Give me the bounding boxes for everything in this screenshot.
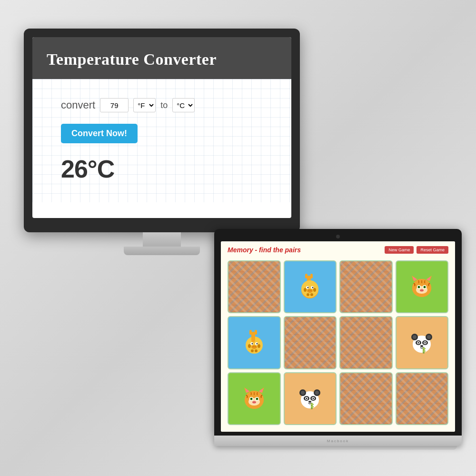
memory-card-1-0[interactable] — [228, 316, 281, 369]
convert-now-button[interactable]: Convert Now! — [61, 124, 138, 143]
svg-point-73 — [252, 401, 256, 404]
svg-point-27 — [418, 287, 419, 288]
monitor: Temperature Converter convert °F °C K to… — [24, 29, 300, 255]
memory-game-grid — [221, 258, 455, 432]
giraffe-icon — [288, 264, 333, 309]
svg-rect-32 — [249, 330, 252, 335]
svg-point-14 — [307, 293, 309, 296]
svg-point-85 — [308, 401, 311, 403]
svg-point-38 — [251, 345, 257, 349]
svg-point-83 — [306, 398, 307, 399]
laptop-camera-row — [221, 235, 455, 238]
svg-point-15 — [310, 293, 313, 296]
memory-game-title: Memory - find the pairs — [228, 246, 301, 254]
memory-card-1-3[interactable] — [396, 316, 449, 369]
new-game-button[interactable]: New Game — [385, 246, 414, 254]
memory-card-0-2[interactable] — [339, 260, 393, 314]
svg-point-36 — [251, 343, 253, 344]
svg-rect-3 — [310, 274, 313, 278]
giraffe-icon-2 — [231, 320, 277, 365]
svg-rect-87 — [311, 404, 314, 405]
laptop-screen-inner: Memory - find the pairs New Game Reset G… — [221, 241, 455, 432]
conversion-result: 26°C — [61, 155, 272, 183]
svg-point-44 — [255, 349, 258, 352]
svg-point-55 — [425, 342, 426, 343]
svg-point-29 — [420, 289, 424, 292]
memory-card-2-1[interactable] — [284, 372, 337, 426]
convert-label: convert — [61, 99, 95, 111]
monitor-header: Temperature Converter — [32, 37, 291, 79]
svg-point-37 — [256, 343, 258, 344]
monitor-stand-base — [124, 247, 200, 255]
panda-icon — [399, 320, 445, 365]
svg-point-78 — [315, 391, 319, 395]
svg-rect-58 — [423, 348, 426, 349]
temperature-input[interactable] — [100, 98, 129, 112]
svg-point-11 — [310, 290, 311, 291]
laptop-base: Macbook — [214, 436, 462, 446]
memory-game-header: Memory - find the pairs New Game Reset G… — [221, 241, 455, 258]
to-label: to — [160, 100, 168, 110]
monitor-title: Temperature Converter — [47, 50, 277, 69]
svg-point-49 — [427, 335, 431, 339]
svg-point-41 — [248, 344, 251, 348]
memory-game-buttons: New Game Reset Game — [385, 246, 448, 254]
svg-point-56 — [420, 345, 423, 347]
laptop-brand-label: Macbook — [327, 439, 349, 443]
svg-rect-31 — [251, 332, 255, 342]
monitor-screen-outer: Temperature Converter convert °F °C K to… — [24, 29, 300, 232]
svg-point-12 — [304, 288, 307, 292]
svg-point-54 — [418, 342, 419, 343]
svg-point-7 — [307, 287, 309, 288]
memory-card-0-0[interactable] — [228, 260, 281, 314]
svg-point-8 — [312, 287, 314, 288]
converter-row: convert °F °C K to °C °F K — [61, 98, 272, 112]
svg-point-39 — [253, 346, 254, 347]
laptop-screen-outer: Memory - find the pairs New Game Reset G… — [214, 229, 462, 436]
monitor-content: convert °F °C K to °C °F K Convert Now! — [32, 79, 291, 202]
memory-card-0-3[interactable] — [396, 260, 449, 314]
memory-card-1-1[interactable] — [284, 316, 337, 369]
svg-point-9 — [307, 289, 313, 293]
laptop-camera — [336, 235, 340, 238]
monitor-screen-inner: Temperature Converter convert °F °C K to… — [32, 37, 291, 218]
svg-point-13 — [313, 288, 316, 292]
svg-rect-88 — [311, 406, 314, 407]
memory-card-2-2[interactable] — [339, 372, 393, 426]
svg-point-77 — [301, 391, 305, 395]
laptop: Memory - find the pairs New Game Reset G… — [214, 229, 462, 450]
svg-rect-59 — [423, 350, 426, 352]
svg-rect-2 — [305, 274, 307, 278]
to-unit-select[interactable]: °C °F K — [172, 98, 195, 112]
memory-card-1-2[interactable] — [339, 316, 393, 369]
laptop-bottom-edge — [219, 446, 457, 450]
svg-point-71 — [251, 398, 252, 399]
tiger-icon — [399, 264, 445, 309]
svg-rect-33 — [255, 330, 257, 335]
svg-point-72 — [257, 398, 258, 399]
svg-point-40 — [255, 346, 256, 347]
svg-point-48 — [413, 335, 416, 339]
tiger-icon-2 — [231, 376, 277, 421]
monitor-stand-neck — [143, 232, 181, 247]
svg-point-10 — [308, 290, 309, 291]
memory-card-2-0[interactable] — [228, 372, 281, 426]
svg-point-42 — [258, 344, 260, 348]
svg-point-43 — [251, 349, 254, 352]
panda-icon-2 — [288, 376, 333, 421]
svg-point-84 — [313, 398, 314, 399]
reset-game-button[interactable]: Reset Game — [416, 246, 448, 254]
memory-card-2-3[interactable] — [396, 372, 449, 426]
memory-card-0-1[interactable] — [284, 260, 337, 314]
svg-point-28 — [424, 287, 425, 288]
from-unit-select[interactable]: °F °C K — [133, 98, 156, 112]
monitor-chin — [32, 218, 291, 227]
